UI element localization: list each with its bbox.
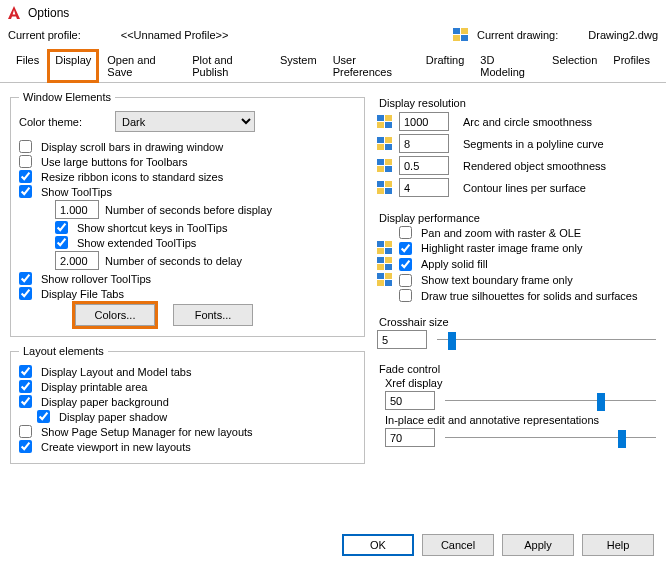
current-profile-value: <<Unnamed Profile>> xyxy=(121,29,229,41)
paper-shadow-checkbox[interactable] xyxy=(37,410,50,423)
show-tooltips-checkbox[interactable] xyxy=(19,185,32,198)
display-performance-legend: Display performance xyxy=(379,212,656,224)
page-setup-checkbox[interactable] xyxy=(19,425,32,438)
highlight-raster-checkbox[interactable] xyxy=(399,242,412,255)
tab-user-preferences[interactable]: User Preferences xyxy=(325,49,418,83)
tab-plot-publish[interactable]: Plot and Publish xyxy=(184,49,272,83)
text-boundary-checkbox[interactable] xyxy=(399,274,412,287)
pan-zoom-checkbox[interactable] xyxy=(399,226,412,239)
paper-shadow-label: Display paper shadow xyxy=(59,411,167,423)
drawing-icon xyxy=(377,137,393,151)
svg-rect-31 xyxy=(385,280,392,286)
large-buttons-label: Use large buttons for Toolbars xyxy=(41,156,188,168)
crosshair-slider[interactable] xyxy=(437,331,656,349)
fonts-button[interactable]: Fonts... xyxy=(173,304,253,326)
svg-rect-25 xyxy=(385,257,392,263)
large-buttons-checkbox[interactable] xyxy=(19,155,32,168)
segments-label: Segments in a polyline curve xyxy=(463,138,604,150)
printable-area-label: Display printable area xyxy=(41,381,147,393)
svg-rect-13 xyxy=(385,159,392,165)
color-theme-label: Color theme: xyxy=(19,116,109,128)
color-theme-select[interactable]: Dark xyxy=(115,111,255,132)
svg-rect-18 xyxy=(377,188,384,194)
crosshair-size-input[interactable] xyxy=(377,330,427,349)
drawing-icon xyxy=(377,115,393,129)
tooltip-seconds-input[interactable] xyxy=(55,200,99,219)
current-drawing-label: Current drawing: xyxy=(477,29,558,41)
delay-seconds-label: Number of seconds to delay xyxy=(105,255,242,267)
svg-rect-6 xyxy=(377,122,384,128)
segments-input[interactable] xyxy=(399,134,449,153)
shortcut-keys-checkbox[interactable] xyxy=(55,221,68,234)
tab-selection[interactable]: Selection xyxy=(544,49,605,83)
page-setup-label: Show Page Setup Manager for new layouts xyxy=(41,426,253,438)
tab-system[interactable]: System xyxy=(272,49,325,83)
pan-zoom-label: Pan and zoom with raster & OLE xyxy=(421,227,581,239)
file-tabs-label: Display File Tabs xyxy=(41,288,124,300)
paper-background-label: Display paper background xyxy=(41,396,169,408)
drawing-icon xyxy=(377,159,393,173)
tab-strip: Files Display Open and Save Plot and Pub… xyxy=(0,48,666,83)
inplace-edit-input[interactable] xyxy=(385,428,435,447)
printable-area-checkbox[interactable] xyxy=(19,380,32,393)
crosshair-size-label: Crosshair size xyxy=(379,316,656,328)
rendered-smoothness-input[interactable] xyxy=(399,156,449,175)
inplace-edit-label: In-place edit and annotative representat… xyxy=(385,414,656,426)
layout-model-tabs-checkbox[interactable] xyxy=(19,365,32,378)
svg-rect-20 xyxy=(377,241,384,247)
svg-rect-2 xyxy=(453,35,460,41)
xref-display-label: Xref display xyxy=(385,377,656,389)
contour-lines-input[interactable] xyxy=(399,178,449,197)
ok-button[interactable]: OK xyxy=(342,534,414,556)
extended-tooltips-checkbox[interactable] xyxy=(55,236,68,249)
window-elements-legend: Window Elements xyxy=(19,91,115,103)
svg-rect-4 xyxy=(377,115,384,121)
svg-rect-15 xyxy=(385,166,392,172)
paper-background-checkbox[interactable] xyxy=(19,395,32,408)
svg-rect-9 xyxy=(385,137,392,143)
silhouettes-checkbox[interactable] xyxy=(399,289,412,302)
scroll-bars-checkbox[interactable] xyxy=(19,140,32,153)
delay-seconds-input[interactable] xyxy=(55,251,99,270)
layout-elements-group: Layout elements Display Layout and Model… xyxy=(10,345,365,464)
svg-rect-26 xyxy=(377,264,384,270)
tab-drafting[interactable]: Drafting xyxy=(418,49,473,83)
help-button[interactable]: Help xyxy=(582,534,654,556)
drawing-icon xyxy=(453,28,469,42)
apply-button[interactable]: Apply xyxy=(502,534,574,556)
inplace-slider[interactable] xyxy=(445,429,656,447)
tab-open-save[interactable]: Open and Save xyxy=(99,49,184,83)
solid-fill-checkbox[interactable] xyxy=(399,258,412,271)
tooltip-seconds-label: Number of seconds before display xyxy=(105,204,272,216)
contour-lines-label: Contour lines per surface xyxy=(463,182,586,194)
svg-rect-28 xyxy=(377,273,384,279)
svg-rect-7 xyxy=(385,122,392,128)
drawing-icon xyxy=(377,273,393,287)
svg-rect-27 xyxy=(385,264,392,270)
create-viewport-label: Create viewport in new layouts xyxy=(41,441,191,453)
arc-smoothness-label: Arc and circle smoothness xyxy=(463,116,592,128)
xref-display-input[interactable] xyxy=(385,391,435,410)
rendered-smoothness-label: Rendered object smoothness xyxy=(463,160,606,172)
svg-rect-5 xyxy=(385,115,392,121)
colors-button[interactable]: Colors... xyxy=(75,304,155,326)
tab-files[interactable]: Files xyxy=(8,49,47,83)
svg-rect-8 xyxy=(377,137,384,143)
tab-3d-modeling[interactable]: 3D Modeling xyxy=(472,49,544,83)
current-profile-label: Current profile: xyxy=(8,29,81,41)
tab-profiles[interactable]: Profiles xyxy=(605,49,658,83)
svg-rect-22 xyxy=(377,248,384,254)
svg-rect-16 xyxy=(377,181,384,187)
cancel-button[interactable]: Cancel xyxy=(422,534,494,556)
rollover-tooltips-label: Show rollover ToolTips xyxy=(41,273,151,285)
fade-control-legend: Fade control xyxy=(379,363,656,375)
tab-display[interactable]: Display xyxy=(47,49,99,83)
xref-slider[interactable] xyxy=(445,392,656,410)
resize-ribbon-checkbox[interactable] xyxy=(19,170,32,183)
rollover-tooltips-checkbox[interactable] xyxy=(19,272,32,285)
svg-rect-21 xyxy=(385,241,392,247)
create-viewport-checkbox[interactable] xyxy=(19,440,32,453)
file-tabs-checkbox[interactable] xyxy=(19,287,32,300)
arc-smoothness-input[interactable] xyxy=(399,112,449,131)
display-resolution-legend: Display resolution xyxy=(379,97,656,109)
